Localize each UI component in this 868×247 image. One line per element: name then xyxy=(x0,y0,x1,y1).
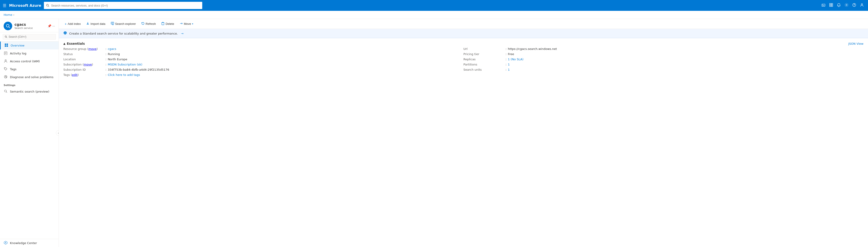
svg-rect-6 xyxy=(830,5,831,6)
sidebar-item-overview[interactable]: Overview xyxy=(0,41,59,49)
hamburger-icon[interactable]: ☰ xyxy=(3,3,6,8)
refresh-icon xyxy=(142,22,145,26)
activity-log-icon xyxy=(4,51,8,56)
svg-rect-36 xyxy=(162,23,164,25)
svg-point-24 xyxy=(5,60,6,61)
essentials-row-resource-group: Resource group (move) : cgacs xyxy=(63,47,464,50)
move-subscription-link[interactable]: move xyxy=(84,63,92,66)
svg-point-12 xyxy=(6,24,9,27)
svg-point-30 xyxy=(5,242,6,243)
essentials-label-pricing-tier: Pricing tier xyxy=(464,52,504,56)
essentials-section: ▲ Essentials JSON View Resource group (m… xyxy=(59,38,868,80)
essentials-label-tags: Tags (edit) xyxy=(63,73,104,76)
breadcrumb-home[interactable]: Home xyxy=(4,13,12,16)
azure-logo: Microsoft Azure xyxy=(9,3,41,8)
svg-point-25 xyxy=(5,68,5,68)
collapse-arrow-icon: « xyxy=(58,132,59,134)
essentials-row-location: Location : North Europe xyxy=(63,58,464,61)
semantic-search-icon xyxy=(4,90,8,94)
search-units-value-link[interactable]: 1 xyxy=(508,68,510,71)
knowledge-center-label: Knowledge Center xyxy=(10,241,37,245)
essentials-label-status: Status xyxy=(63,52,104,56)
portal-icon[interactable] xyxy=(828,2,835,9)
info-banner: Create a Standard search service for sca… xyxy=(59,29,868,38)
nav-section-settings: Settings Semantic search (preview) xyxy=(0,81,59,96)
subscription-value-link[interactable]: MSDN Subscription (sk) xyxy=(108,63,142,66)
semantic-search-label: Semantic search (preview) xyxy=(10,90,49,93)
sidebar-collapse-button[interactable]: « xyxy=(56,130,59,136)
essentials-header: ▲ Essentials JSON View xyxy=(59,38,868,47)
import-data-button[interactable]: Import data xyxy=(84,21,108,27)
essentials-label-replicas: Replicas xyxy=(464,58,504,61)
cloud-shell-icon[interactable] xyxy=(820,2,827,9)
more-button[interactable]: ··· xyxy=(52,24,55,28)
json-view-link[interactable]: JSON View xyxy=(848,42,864,45)
essentials-value-resource-group: cgacs xyxy=(108,47,116,50)
sidebar-item-semantic-search[interactable]: Semantic search (preview) xyxy=(0,87,59,96)
help-icon[interactable] xyxy=(851,2,858,9)
edit-tags-link[interactable]: edit xyxy=(72,73,78,76)
search-explorer-icon xyxy=(111,22,114,26)
svg-rect-5 xyxy=(831,3,833,5)
essentials-row-search-units: Search units : 1 xyxy=(464,68,864,71)
search-explorer-button[interactable]: Search explorer xyxy=(108,21,138,27)
svg-line-13 xyxy=(9,27,10,28)
essentials-row-status: Status : Running xyxy=(63,52,464,56)
sidebar-item-access-control[interactable]: Access control (IAM) xyxy=(0,57,59,65)
add-tags-link[interactable]: Click here to add tags xyxy=(108,73,140,76)
sidebar-bottom: Knowledge Center xyxy=(0,239,59,247)
settings-icon[interactable] xyxy=(843,2,850,9)
replicas-value-link[interactable]: 1 (No SLA) xyxy=(508,58,524,61)
essentials-label-location: Location xyxy=(63,58,104,61)
essentials-value-status: Running xyxy=(108,52,120,56)
resource-type: Search service xyxy=(14,27,33,30)
banner-arrow-icon: → xyxy=(181,32,183,35)
sidebar-item-knowledge-center[interactable]: Knowledge Center xyxy=(0,239,59,247)
essentials-value-subscription: MSDN Subscription (sk) xyxy=(108,63,142,66)
search-icon xyxy=(46,4,49,7)
svg-line-28 xyxy=(6,92,7,93)
move-resource-group-link[interactable]: move xyxy=(89,47,97,50)
pin-button[interactable]: 📌 xyxy=(48,24,51,28)
essentials-left-column: Resource group (move) : cgacs Status : R… xyxy=(63,47,464,76)
svg-rect-19 xyxy=(6,45,8,47)
refresh-button[interactable]: Refresh xyxy=(139,21,158,27)
add-index-button[interactable]: + Add index xyxy=(62,21,83,27)
sidebar-item-tags[interactable]: Tags xyxy=(0,65,59,73)
toolbar: + Add index Import data Search explorer xyxy=(59,19,868,29)
banner-icon xyxy=(63,31,67,36)
resource-group-value-link[interactable]: cgacs xyxy=(108,47,116,50)
essentials-collapse-icon[interactable]: ▲ xyxy=(63,42,65,45)
sidebar-item-diagnose[interactable]: Diagnose and solve problems xyxy=(0,73,59,81)
sidebar-search-input[interactable] xyxy=(9,35,54,38)
essentials-row-subscription-id: Subscription ID : 334f753b-ba84-4bfb-a4d… xyxy=(63,68,464,71)
move-button[interactable]: Move ▾ xyxy=(177,21,196,27)
essentials-label-resource-group: Resource group (move) xyxy=(63,47,104,50)
global-search-input[interactable] xyxy=(51,4,200,7)
svg-point-8 xyxy=(846,4,847,5)
search-explorer-label: Search explorer xyxy=(115,22,136,26)
delete-icon xyxy=(161,22,164,26)
svg-rect-4 xyxy=(830,3,831,5)
essentials-value-tags: Click here to add tags xyxy=(108,73,140,76)
tags-label: Tags xyxy=(10,68,17,71)
diagnose-label: Diagnose and solve problems xyxy=(10,75,53,79)
essentials-value-url: https://cgacs.search.windows.net xyxy=(508,47,557,50)
add-index-label: Add index xyxy=(68,22,81,26)
activity-log-label: Activity log xyxy=(10,52,27,55)
essentials-label-search-units: Search units xyxy=(464,68,504,71)
breadcrumb-separator: › xyxy=(13,13,14,16)
move-icon xyxy=(180,22,183,26)
svg-rect-7 xyxy=(831,5,833,6)
sidebar-item-activity-log[interactable]: Activity log xyxy=(0,49,59,57)
partitions-value-link[interactable]: 1 xyxy=(508,63,510,66)
profile-icon[interactable] xyxy=(859,2,865,9)
global-search-bar xyxy=(44,2,202,9)
sidebar: cgacs Search service 📌 ··· xyxy=(0,19,59,247)
notifications-icon[interactable] xyxy=(835,2,842,9)
essentials-row-partitions: Partitions : 1 xyxy=(464,63,864,66)
resource-actions: 📌 ··· xyxy=(48,24,55,28)
move-label: Move xyxy=(184,22,191,26)
tags-icon xyxy=(4,67,8,71)
delete-button[interactable]: Delete xyxy=(159,21,177,27)
